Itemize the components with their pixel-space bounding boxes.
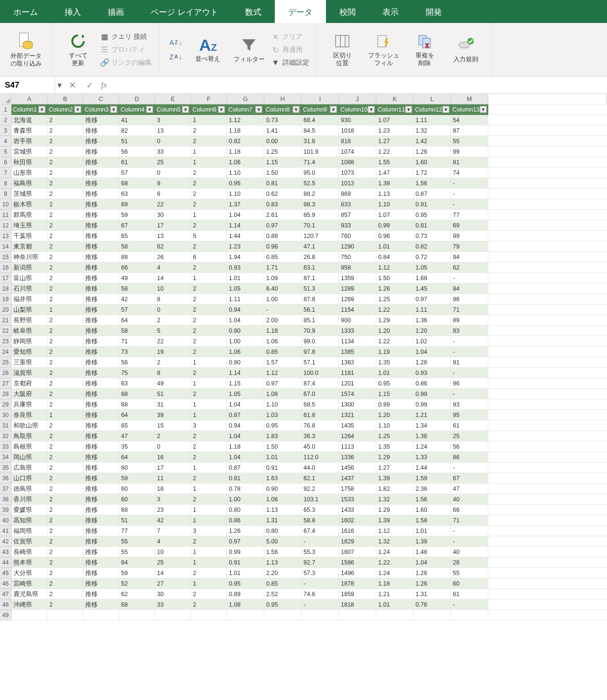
cell[interactable]: 0.94 — [227, 420, 264, 431]
cancel-formula-button[interactable]: ✕ — [64, 80, 81, 90]
cell[interactable]: 0.72 — [414, 252, 451, 262]
cell[interactable]: 1.07 — [376, 115, 414, 125]
cell[interactable]: 0.95 — [227, 578, 264, 589]
cell[interactable]: 2 — [47, 252, 83, 262]
cell[interactable]: 0.95 — [414, 210, 451, 220]
col-header-D[interactable]: D — [119, 94, 155, 104]
row-header[interactable]: 12 — [0, 220, 11, 231]
cell[interactable]: 岡山県 — [11, 452, 47, 463]
cell[interactable] — [414, 610, 451, 621]
cell[interactable] — [47, 610, 83, 621]
cell[interactable]: 61 — [451, 420, 488, 431]
cell[interactable]: 2 — [47, 168, 83, 178]
cell[interactable]: 2 — [155, 357, 191, 368]
cell[interactable]: 2 — [191, 599, 227, 610]
cell[interactable]: 70.1 — [302, 220, 339, 231]
cell[interactable]: 0.97 — [414, 294, 451, 305]
cell[interactable]: 推移 — [83, 420, 119, 431]
table-header[interactable]: Column7▼ — [227, 104, 264, 115]
cell[interactable]: 0.90 — [227, 326, 264, 336]
filter-dropdown-icon[interactable]: ▼ — [480, 106, 487, 113]
cell[interactable]: 56 — [119, 357, 155, 368]
table-header[interactable]: Column9▼ — [302, 104, 339, 115]
row-header[interactable]: 4 — [0, 136, 11, 147]
cell[interactable]: 13 — [155, 231, 191, 241]
cell[interactable]: 0.62 — [264, 189, 302, 199]
cell[interactable]: 62.1 — [302, 473, 339, 484]
cell[interactable]: 0.86 — [414, 378, 451, 389]
ribbon-tab-5[interactable]: データ — [275, 0, 326, 23]
cell[interactable]: 1 — [191, 273, 227, 283]
cell[interactable]: 84.5 — [302, 125, 339, 136]
cell[interactable]: 2 — [191, 294, 227, 305]
cell[interactable]: 1.24 — [414, 441, 451, 452]
cell[interactable]: 2 — [191, 168, 227, 178]
cell[interactable]: 2 — [47, 378, 83, 389]
cell[interactable]: 1269 — [339, 294, 376, 305]
row-header[interactable]: 14 — [0, 241, 11, 252]
cell[interactable]: 62 — [155, 241, 191, 252]
row-header[interactable]: 15 — [0, 252, 11, 262]
cell[interactable]: 0.93 — [414, 368, 451, 378]
cell[interactable]: 61 — [119, 157, 155, 168]
cell[interactable]: 推移 — [83, 294, 119, 305]
cell[interactable]: 1.04 — [227, 452, 264, 463]
cell[interactable]: 0.92 — [227, 136, 264, 147]
cell[interactable]: 70.9 — [302, 326, 339, 336]
cell[interactable]: 35 — [119, 441, 155, 452]
cell[interactable]: 1.35 — [376, 441, 414, 452]
cell[interactable]: 山形県 — [11, 168, 47, 178]
table-header[interactable]: Column5▼ — [155, 104, 191, 115]
cell[interactable]: 98.3 — [302, 199, 339, 210]
row-header[interactable]: 37 — [0, 484, 11, 494]
cell[interactable]: 7 — [155, 526, 191, 536]
cell[interactable]: 鳥取県 — [11, 431, 47, 441]
cell[interactable]: 1.18 — [227, 125, 264, 136]
cell[interactable]: 推移 — [83, 452, 119, 463]
cell[interactable]: 1.82 — [376, 484, 414, 494]
cell[interactable]: 40 — [451, 547, 488, 557]
cell[interactable]: 36.3 — [302, 431, 339, 441]
cell[interactable]: 青森県 — [11, 125, 47, 136]
cell[interactable]: 67.0 — [302, 389, 339, 399]
row-header[interactable]: 38 — [0, 494, 11, 505]
cell[interactable]: 0.89 — [227, 589, 264, 599]
cell[interactable]: 推移 — [83, 547, 119, 557]
cell[interactable]: 5.00 — [264, 536, 302, 547]
cell[interactable]: 1074 — [339, 147, 376, 157]
cell[interactable]: 1.00 — [227, 494, 264, 505]
cell[interactable]: 59 — [119, 568, 155, 578]
cell[interactable]: 74 — [451, 168, 488, 178]
row-header[interactable]: 33 — [0, 441, 11, 452]
cell[interactable]: 1.20 — [376, 410, 414, 420]
cell[interactable]: 2 — [191, 189, 227, 199]
cell[interactable]: 68 — [119, 389, 155, 399]
cell[interactable]: 0.95 — [227, 178, 264, 189]
cell[interactable]: 2 — [191, 536, 227, 547]
cell[interactable]: 64 — [119, 315, 155, 326]
cell[interactable]: 67.4 — [302, 526, 339, 536]
cell[interactable]: 2 — [191, 336, 227, 347]
cell[interactable]: 1.14 — [227, 368, 264, 378]
cell[interactable]: 1.06 — [264, 494, 302, 505]
cell[interactable]: 816 — [339, 136, 376, 147]
cell[interactable]: 2 — [191, 389, 227, 399]
cell[interactable]: 22 — [155, 336, 191, 347]
cell[interactable]: 1073 — [339, 168, 376, 178]
cell[interactable]: 1.42 — [414, 136, 451, 147]
cell[interactable]: 40 — [451, 494, 488, 505]
row-header[interactable]: 44 — [0, 557, 11, 568]
cell[interactable]: 8 — [155, 294, 191, 305]
cell[interactable]: 55 — [451, 136, 488, 147]
cell[interactable]: 1.50 — [264, 168, 302, 178]
cell[interactable] — [302, 610, 339, 621]
cell[interactable]: 0.00 — [264, 136, 302, 147]
cell[interactable]: 1.26 — [414, 568, 451, 578]
cell[interactable]: - — [451, 347, 488, 357]
reapply-button[interactable]: ↻再適用 — [271, 45, 309, 55]
cell[interactable]: 2 — [155, 431, 191, 441]
cell[interactable]: 1.03 — [264, 410, 302, 420]
cell[interactable]: 愛媛県 — [11, 505, 47, 515]
cell[interactable]: 750 — [339, 252, 376, 262]
cell[interactable]: 1.01 — [227, 568, 264, 578]
